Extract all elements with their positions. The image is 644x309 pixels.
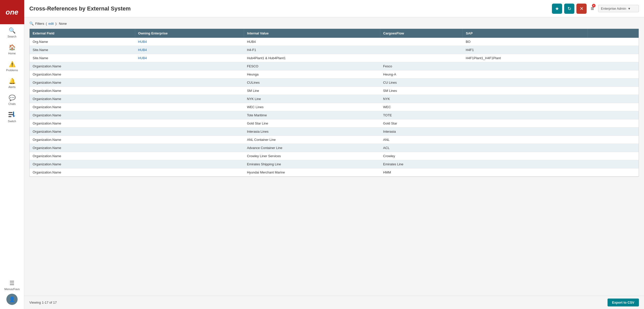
table-cell: Organization.Name [30,136,135,144]
table-row: Org.NameHUB4HUB4BO [30,38,639,46]
table-cell [135,160,244,168]
table-cell: Organization.Name [30,168,135,177]
export-csv-button[interactable]: Export to CSV [608,299,639,306]
table-cell [588,46,639,54]
table-cell: Site.Name [30,54,135,62]
table-cell [463,70,588,79]
enterprise-dropdown-text: Enterprise Admin [601,7,626,10]
table-row: Organization.NameCrowley Liner ServicesC… [30,152,639,160]
table-cell: TOTE [380,111,463,119]
table-cell: CU Lines [380,79,463,87]
table-cell[interactable]: HUB4 [135,54,244,62]
table-cell: Organization.Name [30,103,135,111]
table-cell: Organization.Name [30,152,135,160]
filters-paren-close: ): [55,22,57,26]
table-cell[interactable]: HUB4 [135,38,244,46]
table-row: Organization.NameHyundai Merchant Marine… [30,168,639,177]
sidebar-label-menus-favs: Menus/Favs [4,288,20,291]
filters-value: None [59,22,67,26]
table-row: Organization.NameTote MaritimeTOTE [30,111,639,119]
sidebar-item-switch[interactable]: Switch [0,108,24,126]
table-cell: HMM [380,168,463,177]
sidebar-item-home[interactable]: 🏠 Home [0,41,24,58]
table-cell: Emirates Line [380,160,463,168]
table-cell: ANL [380,136,463,144]
table-cell: Organization.Name [30,111,135,119]
filters-label: Filters [35,22,44,26]
table-row: Organization.NameEmirates Shipping LineE… [30,160,639,168]
table-cell [135,111,244,119]
table-cell [135,144,244,152]
table-cell [588,144,639,152]
sidebar-item-search[interactable]: 🔍 Search [0,24,24,41]
table-row: Site.NameHUB4H4-F1H4F1 [30,46,639,54]
svg-marker-4 [12,116,15,117]
table-cell: Fesco [380,62,463,70]
table-cell [463,128,588,136]
table-cell: ANL Container Line [244,136,380,144]
col-sap: SAP [463,29,588,38]
col-owning-enterprise: Owning Enterprise [135,29,244,38]
cross-references-table: External Field Owning Enterprise Interna… [30,29,639,177]
refresh-button[interactable]: ↻ [564,4,574,14]
table-cell [135,103,244,111]
filter-icon: 🔍 [29,21,34,26]
close-button[interactable]: ✕ [576,4,587,14]
sidebar-item-menus-favs[interactable]: ☰ Menus/Favs [0,277,24,294]
table-row: Organization.NameWEC LinesWEC [30,103,639,111]
col-extra [588,29,639,38]
refresh-icon: ↻ [567,6,571,11]
table-row: Organization.NameHeungaHeung-A [30,70,639,79]
user-avatar[interactable]: 👤 [6,294,18,305]
table-cell: Tote Maritime [244,111,380,119]
table-cell: NYK Line [244,95,380,103]
app-logo[interactable]: one [0,0,24,24]
menu-button[interactable]: ≡ ● [589,3,596,14]
svg-rect-1 [8,114,14,115]
filters-bar: 🔍 Filters ( edit ): None [29,21,639,26]
sidebar-item-problems[interactable]: ⚠️ Problems [0,58,24,75]
table-cell: Interasia [380,128,463,136]
table-cell: WEC [380,103,463,111]
table-cell [463,119,588,128]
table-cell: Organization.Name [30,144,135,152]
table-cell: Organization.Name [30,70,135,79]
table-cell: Crowley [380,152,463,160]
filter-edit-link[interactable]: edit [48,22,54,26]
sidebar-label-home: Home [8,52,16,55]
table-cell [135,62,244,70]
table-row: Site.NameHUB4Hub4Plant1 & Hub4Plant1H4F1… [30,54,639,62]
table-cell: FESCO [244,62,380,70]
table-cell [463,152,588,160]
enterprise-dropdown[interactable]: Enterprise Admin ▼ [598,5,639,12]
table-cell [588,54,639,62]
star-button[interactable]: ★ [552,4,562,14]
table-cell: Hyundai Merchant Marine [244,168,380,177]
table-cell [588,70,639,79]
sidebar-label-search: Search [8,35,17,38]
sidebar-item-chats[interactable]: 💬 Chats [0,92,24,108]
table-row: Organization.NameANL Container LineANL [30,136,639,144]
avatar-icon: 👤 [9,296,15,302]
page-content: 🔍 Filters ( edit ): None External Field … [24,17,644,296]
table-cell [588,128,639,136]
table-cell[interactable]: HUB4 [135,46,244,54]
table-cell: Heunga [244,70,380,79]
table-cell: Organization.Name [30,119,135,128]
table-header-row: External Field Owning Enterprise Interna… [30,29,639,38]
table-cell [463,87,588,95]
viewing-count: Viewing 1-17 of 17 [29,301,57,304]
table-cell: Gold Star [380,119,463,128]
table-cell [135,136,244,144]
sidebar: one 🔍 Search 🏠 Home ⚠️ Problems 🔔 Alerts… [0,0,24,309]
table-cell [463,136,588,144]
search-icon: 🔍 [9,27,16,34]
col-external-field: External Field [30,29,135,38]
table-row: Organization.NameInterasia LinesInterasi… [30,128,639,136]
sidebar-item-alerts[interactable]: 🔔 Alerts [0,75,24,92]
header-actions: ★ ↻ ✕ ≡ ● Enterprise Admin ▼ [552,3,639,14]
sidebar-label-switch: Switch [8,120,16,123]
table-cell [588,87,639,95]
table-cell: H4F1Plant1_H4F1Plant [463,54,588,62]
table-cell: Gold Star Line [244,119,380,128]
